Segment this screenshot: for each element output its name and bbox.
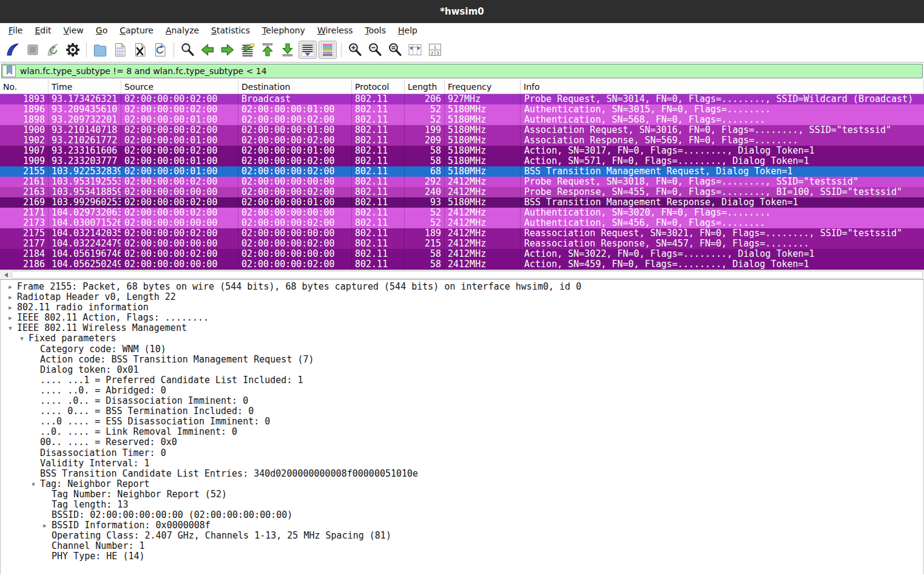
save-file-button[interactable]: 010101100111 bbox=[111, 41, 129, 59]
detail-line[interactable]: ▸IEEE 802.11 Action, Flags: ........ bbox=[1, 313, 923, 323]
capture-restart-button[interactable] bbox=[44, 41, 62, 59]
detail-line[interactable]: ▸802.11 radio information bbox=[1, 302, 923, 313]
menu-item-wireless[interactable]: Wireless bbox=[311, 24, 359, 36]
go-last-button[interactable] bbox=[278, 41, 297, 59]
expander-expanded-icon[interactable]: ▾ bbox=[18, 334, 26, 343]
menu-item-capture[interactable]: Capture bbox=[113, 24, 160, 36]
detail-line[interactable]: ▾Fixed parameters bbox=[1, 333, 923, 344]
column-layout-button[interactable]: 123 bbox=[426, 41, 444, 59]
expander-collapsed-icon[interactable]: ▸ bbox=[6, 303, 15, 312]
packet-row-2155-selected[interactable]: 2155103.92253283902:00:00:00:01:0002:00:… bbox=[0, 166, 924, 177]
hscroll-track[interactable] bbox=[12, 271, 923, 279]
detail-line[interactable]: Category code: WNM (10) bbox=[1, 344, 923, 355]
reload-file-button[interactable] bbox=[151, 41, 169, 59]
packet-row-2186[interactable]: 2186104.05625024902:00:00:00:00:0002:00:… bbox=[0, 259, 924, 270]
cell-no: 1909 bbox=[0, 156, 49, 166]
packet-row-1907[interactable]: 190793.23316160602:00:00:00:02:0002:00:0… bbox=[0, 146, 924, 156]
packet-row-2173[interactable]: 2173104.03007152602:00:00:00:00:0002:00:… bbox=[0, 218, 924, 228]
packet-row-2184[interactable]: 2184104.05619674602:00:00:00:02:0002:00:… bbox=[0, 249, 924, 259]
bookmark-icon bbox=[5, 65, 13, 78]
menu-item-file[interactable]: File bbox=[2, 24, 29, 36]
go-back-button[interactable] bbox=[198, 41, 217, 59]
column-header-protocol[interactable]: Protocol bbox=[352, 80, 405, 94]
zoom-normal-button[interactable] bbox=[386, 41, 404, 59]
packet-row-2175[interactable]: 2175104.03214203502:00:00:00:02:0002:00:… bbox=[0, 228, 924, 239]
column-header-frequency[interactable]: Frequency bbox=[445, 80, 521, 94]
packet-row-1898[interactable]: 189893.20973220102:00:00:00:01:0002:00:0… bbox=[0, 115, 924, 125]
menu-item-help[interactable]: Help bbox=[392, 24, 423, 36]
zoom-in-button[interactable] bbox=[346, 41, 364, 59]
detail-line[interactable]: BSSID: 02:00:00:00:00:00 (02:00:00:00:00… bbox=[1, 510, 923, 520]
packet-row-2161[interactable]: 2161103.95319255302:00:00:00:02:0002:00:… bbox=[0, 177, 924, 187]
menu-item-view[interactable]: View bbox=[58, 24, 90, 36]
detail-line[interactable]: Dialog token: 0x01 bbox=[1, 365, 923, 375]
detail-line[interactable]: ▸Frame 2155: Packet, 68 bytes on wire (5… bbox=[1, 282, 923, 292]
capture-options-button[interactable] bbox=[64, 41, 82, 59]
hscroll-left-button[interactable] bbox=[1, 271, 10, 279]
menu-item-telephony[interactable]: Telephony bbox=[256, 24, 311, 36]
menu-item-edit[interactable]: Edit bbox=[29, 24, 57, 36]
detail-line[interactable]: ▸BSSID Information: 0x0000008f bbox=[1, 520, 923, 531]
expander-collapsed-icon[interactable]: ▸ bbox=[6, 282, 15, 291]
filter-input[interactable]: wlan.fc.type_subtype != 8 and wlan.fc.ty… bbox=[1, 64, 923, 78]
detail-line[interactable]: Tag Number: Neighbor Report (52) bbox=[1, 489, 923, 500]
packet-row-1896[interactable]: 189693.20943561002:00:00:00:02:0002:00:0… bbox=[0, 104, 924, 115]
detail-line[interactable]: ▸Radiotap Header v0, Length 22 bbox=[1, 292, 923, 302]
column-header-info[interactable]: Info bbox=[521, 80, 924, 94]
expander-collapsed-icon[interactable]: ▸ bbox=[41, 521, 49, 530]
menu-item-tools[interactable]: Tools bbox=[359, 24, 393, 36]
packet-row-2177[interactable]: 2177104.03224247902:00:00:00:00:0002:00:… bbox=[0, 239, 924, 249]
packet-row-2169[interactable]: 2169103.99296025302:00:00:00:02:0002:00:… bbox=[0, 197, 924, 208]
detail-line[interactable]: .... .0.. = Disassociation Imminent: 0 bbox=[1, 396, 923, 406]
detail-line[interactable]: Tag length: 13 bbox=[1, 500, 923, 510]
detail-line[interactable]: Channel Number: 1 bbox=[1, 541, 923, 551]
find-packet-button[interactable] bbox=[178, 41, 197, 59]
detail-line[interactable]: Disassociation Timer: 0 bbox=[1, 448, 923, 458]
detail-line[interactable]: ...0 .... = ESS Disassociation Imminent:… bbox=[1, 417, 923, 427]
detail-line[interactable]: BSS Transition Candidate List Entries: 3… bbox=[1, 469, 923, 479]
column-header-length[interactable]: Length bbox=[405, 80, 445, 94]
auto-scroll-button[interactable] bbox=[298, 41, 317, 59]
filter-bookmark-button[interactable] bbox=[2, 65, 16, 77]
detail-line[interactable]: PHY Type: HE (14) bbox=[1, 551, 923, 562]
expander-collapsed-icon[interactable]: ▸ bbox=[6, 313, 15, 322]
packet-row-1902[interactable]: 190293.21026177202:00:00:00:01:0002:00:0… bbox=[0, 135, 924, 146]
resize-columns-button[interactable] bbox=[406, 41, 424, 59]
packet-row-2163[interactable]: 2163103.95341885902:00:00:00:00:0002:00:… bbox=[0, 187, 924, 197]
packet-row-2171[interactable]: 2171104.02973206302:00:00:00:02:0002:00:… bbox=[0, 208, 924, 218]
packet-row-1893[interactable]: 189393.17342632102:00:00:00:02:00Broadca… bbox=[0, 94, 924, 104]
close-file-button[interactable] bbox=[131, 41, 149, 59]
capture-start-button[interactable] bbox=[4, 41, 22, 59]
expander-expanded-icon[interactable]: ▾ bbox=[6, 324, 15, 333]
menu-item-statistics[interactable]: Statistics bbox=[205, 24, 256, 36]
column-header-time[interactable]: Time bbox=[49, 80, 121, 94]
detail-line[interactable]: ▾Tag: Neighbor Report bbox=[1, 479, 923, 489]
detail-line[interactable]: Operating Class: 2.407 GHz, Channels 1-1… bbox=[1, 531, 923, 541]
detail-line[interactable]: .... ...1 = Preferred Candidate List Inc… bbox=[1, 375, 923, 386]
title-bar[interactable]: *hwsim0 bbox=[0, 0, 924, 23]
open-file-button[interactable] bbox=[91, 41, 109, 59]
packet-list-hscrollbar[interactable] bbox=[0, 270, 924, 280]
capture-stop-button[interactable] bbox=[24, 41, 42, 59]
detail-line[interactable]: ..0. .... = Link Removal Imminent: 0 bbox=[1, 427, 923, 437]
column-header-no[interactable]: No. bbox=[0, 80, 49, 94]
expander-expanded-icon[interactable]: ▾ bbox=[29, 480, 38, 489]
colorize-button[interactable] bbox=[319, 41, 337, 59]
packet-row-1909[interactable]: 190993.23320377702:00:00:00:01:0002:00:0… bbox=[0, 156, 924, 166]
expander-collapsed-icon[interactable]: ▸ bbox=[6, 293, 15, 302]
detail-line[interactable]: .... ..0. = Abridged: 0 bbox=[1, 386, 923, 396]
packet-row-1900[interactable]: 190093.21014071802:00:00:00:02:0002:00:0… bbox=[0, 125, 924, 135]
zoom-out-button[interactable] bbox=[366, 41, 384, 59]
detail-line[interactable]: ▾IEEE 802.11 Wireless Management bbox=[1, 323, 923, 333]
go-to-packet-button[interactable] bbox=[238, 41, 257, 59]
column-header-source[interactable]: Source bbox=[121, 80, 238, 94]
detail-line[interactable]: Action code: BSS Transition Management R… bbox=[1, 355, 923, 365]
detail-line[interactable]: .... 0... = BSS Termination Included: 0 bbox=[1, 406, 923, 417]
column-header-destination[interactable]: Destination bbox=[238, 80, 352, 94]
menu-item-go[interactable]: Go bbox=[90, 24, 113, 36]
menu-item-analyze[interactable]: Analyze bbox=[160, 24, 205, 36]
detail-line[interactable]: Validity Interval: 1 bbox=[1, 458, 923, 469]
go-forward-button[interactable] bbox=[218, 41, 237, 59]
go-first-button[interactable] bbox=[258, 41, 277, 59]
detail-line[interactable]: 00.. .... = Reserved: 0x0 bbox=[1, 437, 923, 447]
